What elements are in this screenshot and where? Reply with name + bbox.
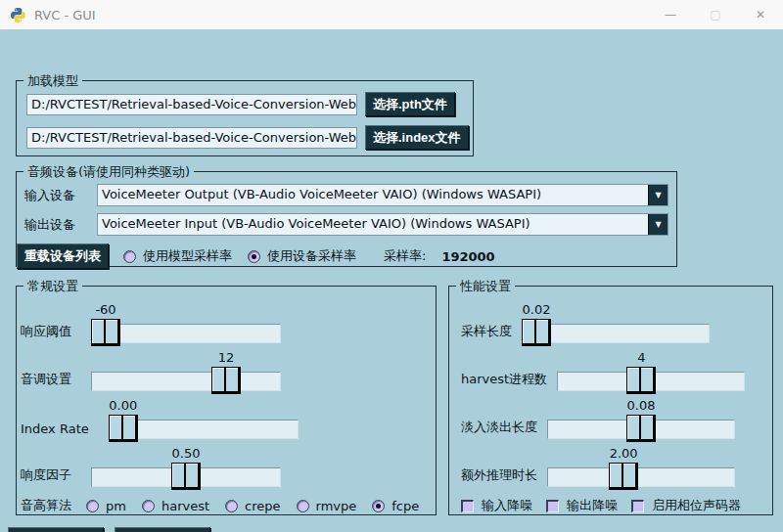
checkbox-input-denoise[interactable]: 输入降噪 (461, 497, 532, 514)
pitch-slider-row: 音调设置 12 (21, 347, 436, 395)
slider-handle[interactable] (109, 415, 138, 442)
crossfade-slider-row: 淡入淡出长度 0.08 (461, 395, 772, 443)
python-logo-icon (10, 7, 26, 23)
radio-fcpe[interactable]: fcpe (372, 499, 419, 513)
chevron-down-icon[interactable]: ▼ (648, 185, 668, 205)
threshold-slider[interactable]: -60 (91, 301, 281, 347)
load-model-group-title: 加载模型 (23, 72, 82, 90)
start-conversion-button[interactable]: 开始音频转换 (8, 527, 104, 532)
slider-handle[interactable] (522, 319, 551, 346)
radio-icon[interactable] (225, 500, 238, 512)
crossfade-slider[interactable]: 0.08 (547, 397, 735, 443)
pitch-value: 12 (211, 350, 241, 365)
maximize-icon[interactable]: ▢ (693, 0, 738, 29)
radio-icon[interactable] (248, 250, 260, 263)
radio-crepe-label: crepe (245, 499, 280, 513)
general-settings-group: 常规设置 响应阈值 -60 音调设置 12 Index Rate 0.00 (16, 286, 437, 515)
radio-device-samplerate-label: 使用设备采样率 (267, 247, 356, 265)
general-settings-group-title: 常规设置 (23, 278, 82, 295)
checkbox-icon[interactable] (461, 500, 474, 512)
select-pth-button[interactable]: 选择.pth文件 (365, 92, 455, 116)
radio-pm-label: pm (106, 499, 126, 513)
noise-options-row: 输入降噪 输出降噪 启用相位声码器 (461, 497, 772, 514)
extra-infer-label: 额外推理时长 (461, 466, 537, 484)
output-device-value: VoiceMeeter Input (VB-Audio VoiceMeeter … (98, 214, 648, 235)
close-icon[interactable]: ✕ (738, 0, 783, 29)
pitch-slider[interactable]: 12 (91, 349, 281, 395)
checkbox-icon[interactable] (546, 500, 559, 512)
extra-infer-value: 2.00 (609, 446, 638, 461)
harvest-threads-label: harvest进程数 (461, 371, 547, 388)
radio-icon[interactable] (123, 250, 136, 263)
radio-icon[interactable] (297, 500, 309, 512)
loudness-value: 0.50 (171, 446, 201, 461)
audio-device-group-title: 音频设备(请使用同种类驱动) (23, 163, 194, 181)
pitch-label: 音调设置 (21, 371, 71, 388)
checkbox-phase-vocoder[interactable]: 启用相位声码器 (631, 497, 741, 514)
slider-handle[interactable] (626, 415, 656, 442)
radio-icon[interactable] (86, 500, 99, 512)
threshold-slider-row: 响应阈值 -60 (21, 299, 436, 347)
performance-settings-group-title: 性能设置 (456, 278, 515, 295)
slider-track[interactable] (91, 372, 281, 391)
output-device-select[interactable]: VoiceMeeter Input (VB-Audio VoiceMeeter … (97, 213, 668, 236)
checkbox-icon[interactable] (631, 500, 644, 512)
radio-crepe[interactable]: crepe (225, 499, 280, 513)
slider-handle[interactable] (609, 463, 638, 490)
index-rate-value: 0.00 (109, 398, 138, 413)
minimize-icon[interactable]: — (648, 0, 693, 29)
checkbox-phase-vocoder-label: 启用相位声码器 (652, 497, 741, 514)
crossfade-label: 淡入淡出长度 (461, 419, 537, 436)
radio-device-samplerate[interactable]: 使用设备采样率 (248, 247, 356, 265)
radio-model-samplerate[interactable]: 使用模型采样率 (123, 247, 232, 265)
extra-infer-slider[interactable]: 2.00 (547, 445, 735, 491)
chevron-down-icon[interactable]: ▼ (648, 214, 668, 235)
radio-icon[interactable] (142, 500, 155, 512)
stop-conversion-button[interactable]: 停止音频转换 (115, 527, 210, 532)
samplerate-value: 192000 (441, 249, 494, 264)
harvest-threads-slider-row: harvest进程数 4 (461, 347, 772, 395)
loudness-label: 响度因子 (21, 466, 71, 484)
radio-rmvpe[interactable]: rmvpe (297, 499, 357, 513)
index-rate-slider-row: Index Rate 0.00 (21, 395, 436, 443)
sample-length-slider[interactable]: 0.02 (522, 301, 710, 347)
index-rate-label: Index Rate (21, 421, 89, 436)
bottom-action-row: 开始音频转换 停止音频转换 输入监听 输出变声 算法延迟(ms): 170 推理… (8, 525, 781, 532)
harvest-threads-value: 4 (626, 350, 656, 365)
pitch-algorithm-label: 音高算法 (21, 497, 71, 514)
reload-devices-button[interactable]: 重载设备列表 (17, 244, 109, 269)
radio-pm[interactable]: pm (86, 499, 126, 513)
index-rate-slider[interactable]: 0.00 (109, 397, 299, 443)
threshold-value: -60 (91, 302, 120, 317)
select-index-button[interactable]: 选择.index文件 (365, 125, 469, 150)
slider-handle[interactable] (626, 367, 656, 394)
checkbox-output-denoise[interactable]: 输出降噪 (546, 497, 618, 514)
sample-length-label: 采样长度 (461, 323, 512, 340)
performance-settings-group: 性能设置 采样长度 0.02 harvest进程数 4 淡入淡出长度 0.08 (448, 286, 773, 515)
slider-handle[interactable] (211, 367, 241, 394)
load-model-group: 加载模型 D:/RVCTEST/Retrieval-based-Voice-Co… (16, 80, 474, 156)
checkbox-input-denoise-label: 输入降噪 (482, 497, 532, 514)
audio-device-group: 音频设备(请使用同种类驱动) 输入设备 VoiceMeeter Output (… (16, 171, 677, 267)
index-path-input[interactable]: D:/RVCTEST/Retrieval-based-Voice-Convers… (26, 127, 357, 149)
sample-length-value: 0.02 (522, 302, 551, 317)
harvest-threads-slider[interactable]: 4 (557, 349, 745, 395)
loudness-slider[interactable]: 0.50 (91, 445, 281, 491)
input-device-label: 输入设备 (24, 187, 83, 204)
input-device-select[interactable]: VoiceMeeter Output (VB-Audio VoiceMeeter… (97, 184, 668, 206)
slider-handle[interactable] (91, 319, 120, 346)
radio-harvest-label: harvest (161, 499, 209, 513)
radio-model-samplerate-label: 使用模型采样率 (143, 247, 232, 265)
client-area: 加载模型 D:/RVCTEST/Retrieval-based-Voice-Co… (0, 29, 783, 532)
slider-track[interactable] (547, 467, 735, 487)
window-controls: — ▢ ✕ (648, 0, 783, 29)
radio-icon[interactable] (372, 500, 385, 512)
loudness-slider-row: 响度因子 0.50 (21, 443, 436, 491)
radio-harvest[interactable]: harvest (142, 499, 209, 513)
slider-handle[interactable] (171, 463, 201, 490)
pth-path-input[interactable]: D:/RVCTEST/Retrieval-based-Voice-Convers… (26, 94, 357, 115)
threshold-label: 响应阈值 (21, 323, 71, 340)
samplerate-label: 采样率: (384, 247, 426, 265)
sample-length-slider-row: 采样长度 0.02 (461, 299, 772, 347)
pitch-algorithm-row: 音高算法 pm harvest crepe rmvpe fcpe (21, 497, 436, 514)
